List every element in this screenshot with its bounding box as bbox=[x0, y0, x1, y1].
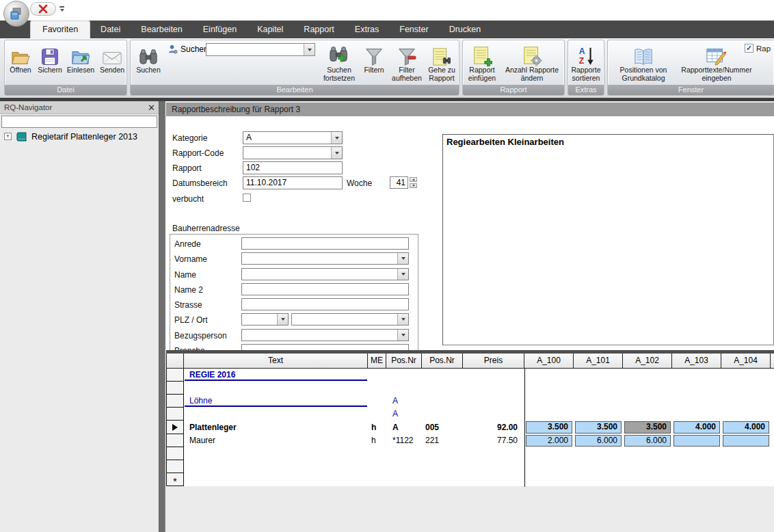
rapport-einfuegen-button[interactable]: Rapporteinfügen bbox=[464, 42, 500, 82]
filtern-button[interactable]: Filtern bbox=[360, 42, 388, 75]
cell-posnr2[interactable]: 005 bbox=[422, 421, 463, 434]
navigator-search-input[interactable] bbox=[1, 116, 157, 128]
name-dropdown-icon[interactable] bbox=[397, 269, 408, 280]
tab-favoriten[interactable]: Favoriten bbox=[30, 21, 90, 38]
plz-combobox[interactable] bbox=[241, 313, 289, 325]
rapporte-sortieren-button[interactable]: A Z Rapportesortieren bbox=[569, 42, 603, 82]
vorname-combobox[interactable] bbox=[241, 252, 409, 265]
tab-einfuegen[interactable]: Einfügen bbox=[193, 21, 247, 38]
tab-datei[interactable]: Datei bbox=[90, 21, 131, 38]
navigator-close-icon[interactable]: ✕ bbox=[148, 101, 155, 114]
kategorie-dropdown-icon[interactable] bbox=[331, 132, 342, 144]
cell-posnr[interactable]: A bbox=[386, 421, 422, 434]
new-row-selector[interactable]: * bbox=[166, 473, 184, 486]
cell-a102-selected[interactable]: 3.500 bbox=[624, 421, 671, 434]
cell-a101[interactable]: 6.000 bbox=[575, 435, 622, 447]
senden-button[interactable]: Senden bbox=[98, 42, 126, 75]
row-selector[interactable] bbox=[166, 460, 184, 473]
suchen-combobox-dropdown-icon[interactable] bbox=[304, 44, 315, 55]
vorname-dropdown-icon[interactable] bbox=[397, 253, 408, 264]
oeffnen-button[interactable]: Öffnen bbox=[6, 42, 35, 75]
cell-posnr2[interactable]: 221 bbox=[422, 434, 463, 447]
cell-a100[interactable]: 2.000 bbox=[526, 435, 572, 447]
strasse-input[interactable] bbox=[241, 298, 409, 310]
tree-item-regietarif[interactable]: + Regietarif Plattenleger 2013 bbox=[4, 131, 137, 142]
ort-combobox[interactable] bbox=[291, 313, 409, 325]
cell-a103[interactable] bbox=[673, 435, 720, 447]
row-selector[interactable] bbox=[166, 447, 184, 460]
grid-header-selector[interactable] bbox=[166, 354, 184, 369]
application-menu-button[interactable] bbox=[3, 1, 29, 27]
anzahl-rapporte-aendern-button[interactable]: Anzahl Rapporteändern bbox=[501, 42, 563, 82]
rapport-beschreibung-textarea[interactable]: Regiearbeiten Kleinarbeiten bbox=[442, 134, 774, 345]
row-selector[interactable] bbox=[166, 408, 184, 421]
row-selector[interactable] bbox=[166, 395, 184, 408]
rapport-input[interactable]: 102 bbox=[243, 161, 343, 174]
cell-a101[interactable]: 3.500 bbox=[575, 421, 622, 434]
positionen-von-grundkatalog-button[interactable]: Positionen vonGrundkatalog bbox=[612, 42, 675, 82]
grid-header-posnr1[interactable]: Pos.Nr bbox=[386, 354, 422, 369]
woche-down-icon[interactable] bbox=[410, 183, 417, 188]
grid-header-a100[interactable]: A_100 bbox=[524, 354, 574, 369]
name2-input[interactable] bbox=[241, 283, 409, 295]
cell-preis[interactable]: 77.50 bbox=[463, 434, 524, 447]
woche-up-icon[interactable] bbox=[410, 177, 417, 182]
cell-a100[interactable]: 3.500 bbox=[526, 421, 572, 434]
grid-header-preis[interactable]: Preis bbox=[463, 354, 524, 369]
cell-posnr[interactable]: *1122 bbox=[386, 434, 422, 447]
name-combobox[interactable] bbox=[241, 268, 409, 280]
woche-spinner[interactable]: 41 bbox=[390, 176, 417, 189]
bezugsperson-dropdown-icon[interactable] bbox=[397, 330, 408, 341]
row-selector[interactable] bbox=[166, 382, 184, 395]
grid-header-a101[interactable]: A_101 bbox=[574, 354, 623, 369]
cell-a102[interactable]: 6.000 bbox=[624, 435, 671, 447]
grid-header-a102[interactable]: A_102 bbox=[623, 354, 672, 369]
current-row-selector[interactable] bbox=[166, 421, 184, 434]
filter-aufheben-button[interactable]: Filteraufheben bbox=[389, 42, 425, 82]
cell-text[interactable]: Löhne bbox=[184, 395, 368, 408]
verbucht-checkbox[interactable] bbox=[243, 194, 251, 202]
bezugsperson-combobox[interactable] bbox=[241, 329, 409, 341]
grid-header-posnr2[interactable]: Pos.Nr bbox=[422, 354, 463, 369]
cell-text[interactable]: Maurer bbox=[184, 434, 368, 447]
tree-expand-icon[interactable]: + bbox=[4, 133, 12, 140]
gehe-zu-rapport-button[interactable]: Gehe zuRapport bbox=[425, 42, 459, 82]
cell-a103[interactable]: 4.000 bbox=[673, 421, 720, 434]
tab-kapitel[interactable]: Kapitel bbox=[247, 21, 293, 38]
panel-splitter[interactable] bbox=[159, 101, 165, 532]
tab-drucken[interactable]: Drucken bbox=[439, 21, 492, 38]
plz-dropdown-icon[interactable] bbox=[277, 314, 288, 325]
grid-header-text[interactable]: Text bbox=[184, 354, 368, 369]
tab-extras[interactable]: Extras bbox=[345, 21, 389, 38]
grid-header-a104[interactable]: A_104 bbox=[721, 354, 771, 369]
grid-header-a103[interactable]: A_103 bbox=[672, 354, 721, 369]
cell-a104[interactable]: 4.000 bbox=[723, 421, 769, 434]
rapport-code-combobox[interactable] bbox=[243, 146, 343, 159]
grid-header-me[interactable]: ME bbox=[368, 354, 386, 369]
cell-me[interactable]: h bbox=[368, 434, 386, 447]
anrede-input[interactable] bbox=[241, 237, 409, 250]
tab-fenster[interactable]: Fenster bbox=[389, 21, 438, 38]
cell-posnr[interactable]: A bbox=[386, 395, 422, 408]
sichern-button[interactable]: Sichern bbox=[36, 42, 64, 75]
row-selector[interactable] bbox=[166, 434, 184, 447]
suchen-combobox[interactable] bbox=[206, 43, 315, 56]
cell-posnr[interactable]: A bbox=[386, 408, 422, 421]
cell-text[interactable]: REGIE 2016 bbox=[184, 369, 368, 382]
datumsbereich-input[interactable]: 11.10.2017 bbox=[243, 176, 343, 189]
kategorie-combobox[interactable]: A bbox=[243, 131, 343, 144]
cell-a104[interactable] bbox=[723, 435, 769, 447]
ort-dropdown-icon[interactable] bbox=[397, 314, 408, 325]
customize-quick-access-icon[interactable] bbox=[59, 6, 65, 13]
rapport-checkbox[interactable]: ✓ Rap bbox=[745, 44, 771, 53]
tab-bearbeiten[interactable]: Bearbeiten bbox=[131, 21, 192, 38]
rapport-code-dropdown-icon[interactable] bbox=[331, 147, 342, 159]
tab-rapport[interactable]: Rapport bbox=[293, 21, 344, 38]
cell-me[interactable]: h bbox=[368, 421, 386, 434]
close-button[interactable] bbox=[30, 2, 56, 16]
suchen-button[interactable]: Suchen bbox=[133, 42, 163, 75]
cell-preis[interactable]: 92.00 bbox=[463, 421, 524, 434]
suchen-fortsetzen-button[interactable]: Suchenfortsetzen bbox=[319, 42, 359, 82]
einlesen-button[interactable]: Einlesen bbox=[65, 42, 96, 75]
cell-text[interactable]: Plattenleger bbox=[184, 421, 368, 434]
